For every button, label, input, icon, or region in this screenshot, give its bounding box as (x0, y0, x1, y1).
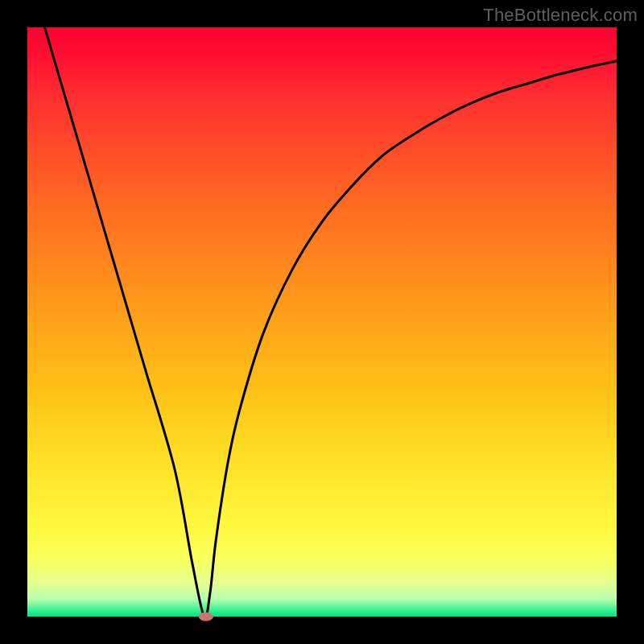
minimum-marker (199, 613, 213, 621)
watermark-text: TheBottleneck.com (483, 5, 638, 26)
bottleneck-curve (27, 0, 617, 617)
plot-area (27, 27, 617, 617)
chart-frame: TheBottleneck.com (0, 0, 644, 644)
curve-svg (27, 27, 617, 617)
